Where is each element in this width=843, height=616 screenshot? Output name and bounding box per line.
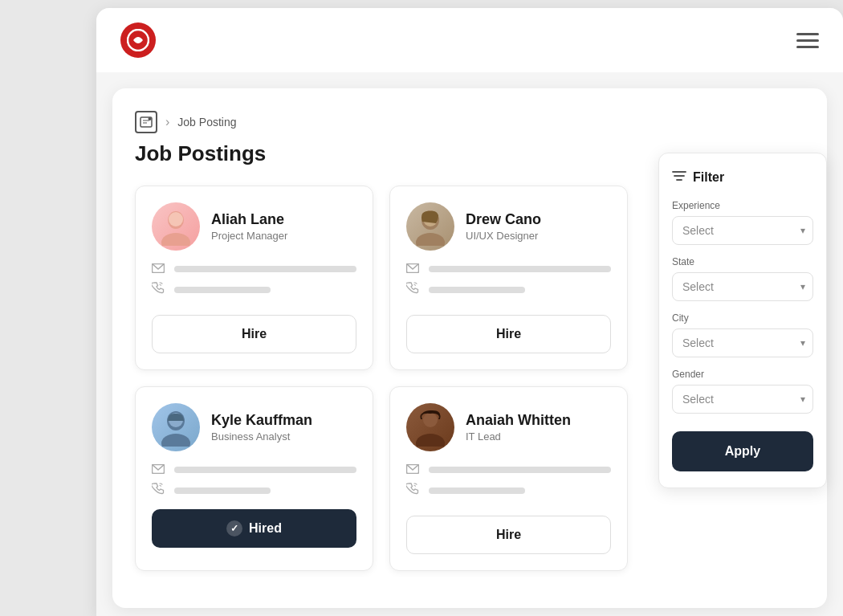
filter-label-gender: Gender bbox=[672, 369, 813, 380]
card-header-drew: Drew Cano UI/UX Designer bbox=[406, 202, 611, 251]
filter-label-state: State bbox=[672, 256, 813, 267]
phone-icon-anaiah bbox=[406, 483, 421, 498]
app-logo bbox=[120, 22, 156, 58]
city-select[interactable]: Select New York City Los Angeles Chicago bbox=[672, 328, 813, 357]
filter-group-state: State Select New York California Texas ▾ bbox=[672, 256, 813, 301]
candidate-role-drew: UI/UX Designer bbox=[466, 230, 541, 242]
filter-title: Filter bbox=[693, 170, 724, 185]
email-line-anaiah bbox=[429, 467, 611, 473]
candidate-name-drew: Drew Cano bbox=[466, 211, 541, 228]
filter-label-experience: Experience bbox=[672, 200, 813, 211]
email-icon-kyle bbox=[152, 463, 166, 476]
state-select[interactable]: Select New York California Texas bbox=[672, 272, 813, 301]
phone-row-drew bbox=[406, 282, 611, 297]
avatar-drew bbox=[406, 202, 454, 251]
hired-check-icon: ✓ bbox=[226, 520, 242, 536]
avatar-anaiah bbox=[406, 403, 454, 451]
phone-row-aliah bbox=[152, 282, 356, 297]
email-line-aliah bbox=[174, 266, 356, 272]
candidate-card-drew: Drew Cano UI/UX Designer bbox=[389, 186, 628, 370]
email-icon-aliah bbox=[152, 262, 166, 275]
hired-button-kyle[interactable]: ✓ Hired bbox=[152, 509, 356, 548]
candidate-name-kyle: Kyle Kauffman bbox=[211, 412, 312, 429]
hamburger-menu[interactable] bbox=[796, 33, 819, 48]
city-select-wrapper: Select New York City Los Angeles Chicago… bbox=[672, 328, 813, 357]
candidate-role-kyle: Business Analyst bbox=[211, 430, 312, 443]
email-row-drew bbox=[406, 262, 611, 275]
breadcrumb-icon bbox=[135, 111, 157, 133]
svg-point-4 bbox=[149, 117, 152, 120]
candidate-info-drew: Drew Cano UI/UX Designer bbox=[466, 211, 541, 242]
state-select-wrapper: Select New York California Texas ▾ bbox=[672, 272, 813, 301]
phone-row-anaiah bbox=[406, 483, 611, 498]
card-header-aliah: Aliah Lane Project Manager bbox=[152, 202, 356, 251]
filter-icon bbox=[672, 169, 686, 186]
email-row-aliah bbox=[152, 262, 356, 275]
hire-button-aliah[interactable]: Hire bbox=[152, 315, 356, 353]
candidates-grid: Aliah Lane Project Manager bbox=[135, 186, 628, 571]
breadcrumb-text: Job Posting bbox=[177, 116, 236, 129]
candidate-card-kyle: Kyle Kauffman Business Analyst bbox=[135, 386, 373, 571]
email-row-anaiah bbox=[406, 463, 611, 476]
svg-point-18 bbox=[423, 413, 438, 427]
phone-line-drew bbox=[429, 287, 525, 293]
app-header bbox=[96, 8, 843, 72]
candidate-info-aliah: Aliah Lane Project Manager bbox=[211, 211, 287, 242]
email-icon-anaiah bbox=[406, 463, 421, 476]
svg-point-10 bbox=[416, 233, 445, 246]
candidate-name-aliah: Aliah Lane bbox=[211, 211, 287, 228]
email-line-kyle bbox=[174, 467, 356, 473]
phone-icon-aliah bbox=[152, 282, 166, 297]
svg-point-17 bbox=[416, 434, 445, 447]
gender-select[interactable]: Select Male Female Other bbox=[672, 385, 813, 414]
candidate-info-anaiah: Anaiah Whitten IT Lead bbox=[466, 412, 571, 443]
experience-select-wrapper: Select 0-1 years 2-5 years 5+ years ▾ bbox=[672, 216, 813, 245]
hire-button-drew[interactable]: Hire bbox=[406, 315, 611, 353]
avatar-kyle bbox=[152, 403, 200, 451]
filter-group-city: City Select New York City Los Angeles Ch… bbox=[672, 312, 813, 357]
card-header-kyle: Kyle Kauffman Business Analyst bbox=[152, 403, 356, 451]
breadcrumb: › Job Posting bbox=[135, 111, 804, 133]
phone-line-aliah bbox=[174, 287, 271, 293]
svg-point-6 bbox=[161, 233, 190, 246]
filter-panel: Filter Experience Select 0-1 years 2-5 y… bbox=[658, 153, 827, 488]
hire-button-anaiah[interactable]: Hire bbox=[406, 516, 611, 554]
svg-point-7 bbox=[169, 212, 183, 226]
gender-select-wrapper: Select Male Female Other ▾ bbox=[672, 385, 813, 414]
card-header-anaiah: Anaiah Whitten IT Lead bbox=[406, 403, 611, 451]
phone-line-anaiah bbox=[429, 487, 525, 494]
candidate-info-kyle: Kyle Kauffman Business Analyst bbox=[211, 412, 312, 443]
email-icon-drew bbox=[406, 262, 421, 275]
filter-header: Filter bbox=[672, 169, 813, 186]
breadcrumb-separator: › bbox=[165, 115, 169, 129]
phone-icon-drew bbox=[406, 282, 421, 297]
email-line-drew bbox=[429, 266, 611, 272]
filter-label-city: City bbox=[672, 312, 813, 324]
candidate-role-anaiah: IT Lead bbox=[466, 430, 571, 443]
experience-select[interactable]: Select 0-1 years 2-5 years 5+ years bbox=[672, 216, 813, 245]
phone-line-kyle bbox=[174, 487, 271, 494]
candidate-name-anaiah: Anaiah Whitten bbox=[466, 412, 571, 429]
avatar-aliah bbox=[152, 202, 200, 251]
phone-icon-kyle bbox=[152, 483, 166, 498]
candidate-card-aliah: Aliah Lane Project Manager bbox=[135, 186, 373, 370]
filter-group-experience: Experience Select 0-1 years 2-5 years 5+… bbox=[672, 200, 813, 245]
candidate-role-aliah: Project Manager bbox=[211, 230, 287, 242]
email-row-kyle bbox=[152, 463, 356, 476]
phone-row-kyle bbox=[152, 483, 356, 498]
filter-group-gender: Gender Select Male Female Other ▾ bbox=[672, 369, 813, 414]
apply-button[interactable]: Apply bbox=[672, 431, 813, 471]
svg-point-14 bbox=[161, 434, 190, 447]
candidate-card-anaiah: Anaiah Whitten IT Lead bbox=[389, 386, 628, 571]
